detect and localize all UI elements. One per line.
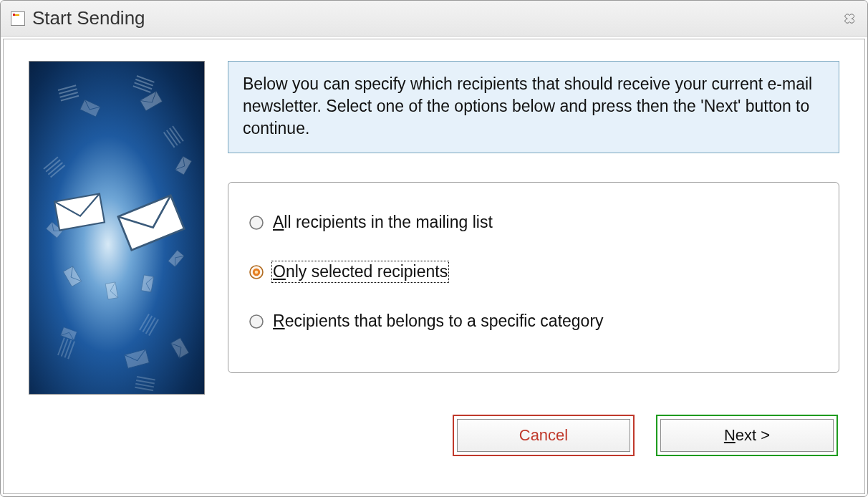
title-bar: Start Sending xyxy=(1,1,867,37)
options-group: All recipients in the mailing list Only … xyxy=(228,182,839,373)
radio-label: Only selected recipients xyxy=(273,262,448,281)
svg-point-5 xyxy=(250,216,263,229)
dialog-window: Start Sending xyxy=(0,0,868,497)
instruction-text: Below you can specify which recipients t… xyxy=(228,61,839,153)
wizard-banner-image xyxy=(29,61,205,395)
radio-label: Recipients that belongs to a specific ca… xyxy=(273,312,604,331)
radio-label: All recipients in the mailing list xyxy=(273,213,493,232)
cancel-highlight: Cancel xyxy=(453,415,635,456)
close-icon[interactable] xyxy=(840,11,860,26)
button-row: Cancel Next > xyxy=(29,415,839,456)
svg-point-9 xyxy=(255,270,259,274)
wizard-right-column: Below you can specify which recipients t… xyxy=(228,61,839,395)
next-button[interactable]: Next > xyxy=(660,419,834,452)
window-title: Start Sending xyxy=(32,7,840,29)
radio-option-category[interactable]: Recipients that belongs to a specific ca… xyxy=(249,312,819,331)
client-area: Below you can specify which recipients t… xyxy=(3,39,865,494)
cancel-button[interactable]: Cancel xyxy=(457,419,630,452)
radio-icon xyxy=(249,264,264,280)
app-icon xyxy=(11,11,25,26)
radio-icon xyxy=(249,215,264,231)
svg-point-10 xyxy=(250,315,263,328)
radio-icon xyxy=(249,314,264,329)
radio-option-selected[interactable]: Only selected recipients xyxy=(249,262,819,281)
content-row: Below you can specify which recipients t… xyxy=(29,61,839,395)
next-highlight: Next > xyxy=(656,415,838,456)
radio-option-all[interactable]: All recipients in the mailing list xyxy=(249,213,819,232)
